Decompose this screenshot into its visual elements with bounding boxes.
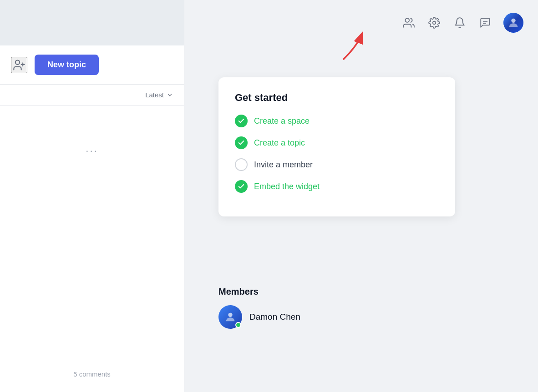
chat-icon-button[interactable]: [478, 15, 492, 30]
checklist-item-invite-member: Invite a member: [235, 158, 439, 171]
left-panel-top-bg: [0, 0, 184, 45]
svg-point-5: [511, 19, 515, 23]
filter-dropdown-button[interactable]: Latest: [145, 91, 173, 99]
comments-count: 5 comments: [73, 370, 111, 378]
check-icon-create-space: [235, 115, 248, 127]
svg-point-3: [405, 18, 409, 22]
comments-footer: 5 comments: [0, 370, 184, 378]
svg-point-7: [228, 313, 232, 317]
more-options-button[interactable]: ···: [86, 145, 98, 157]
filter-label: Latest: [145, 91, 164, 99]
checklist-label-create-topic[interactable]: Create a topic: [254, 138, 305, 148]
toolbar: New topic: [0, 45, 184, 85]
checklist-item-create-topic: Create a topic: [235, 136, 439, 149]
topic-list-area: ···: [0, 106, 184, 196]
svg-point-0: [15, 60, 20, 64]
checklist-label-embed-widget[interactable]: Embed the widget: [254, 182, 320, 191]
gear-icon-button[interactable]: [427, 15, 442, 30]
people-icon-button[interactable]: [401, 15, 416, 30]
new-topic-button[interactable]: New topic: [35, 55, 99, 75]
get-started-title: Get started: [235, 92, 439, 104]
members-section: Members Damon Chen: [218, 286, 455, 329]
top-header: [184, 0, 538, 45]
member-avatar-damon: [218, 305, 242, 329]
member-item-damon-chen[interactable]: Damon Chen: [218, 305, 455, 329]
check-icon-invite-member: [235, 158, 248, 171]
avatar-image: [503, 13, 523, 33]
filter-bar: Latest: [0, 85, 184, 106]
get-started-card: Get started Create a space Create a topi…: [218, 77, 455, 216]
checklist-item-embed-widget: Embed the widget: [235, 180, 439, 193]
checklist-item-create-space: Create a space: [235, 115, 439, 127]
bell-icon-button[interactable]: [452, 15, 467, 30]
check-icon-create-topic: [235, 136, 248, 149]
members-title: Members: [218, 286, 455, 297]
left-panel: New topic Latest ··· 5 comments: [0, 0, 184, 392]
checklist-label-invite-member[interactable]: Invite a member: [254, 160, 313, 170]
check-icon-embed-widget: [235, 180, 248, 193]
user-avatar[interactable]: [503, 13, 523, 33]
checklist-label-create-space[interactable]: Create a space: [254, 116, 310, 126]
member-name-damon: Damon Chen: [249, 312, 300, 322]
invite-member-button[interactable]: [11, 57, 27, 73]
svg-point-4: [433, 21, 436, 25]
online-status-dot: [235, 322, 241, 328]
